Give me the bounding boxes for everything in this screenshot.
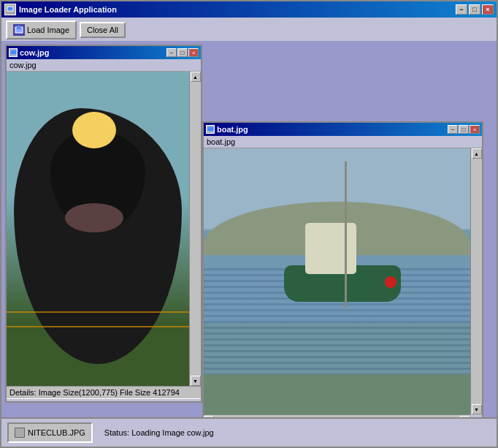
boat-filename: boat.jpg — [207, 137, 235, 146]
cow-status-text: Details: Image Size(1200,775) File Size … — [9, 388, 180, 397]
taskbar-item-icon — [15, 428, 25, 438]
cow-status-bar: Details: Image Size(1200,775) File Size … — [7, 386, 201, 399]
svg-rect-4 — [207, 126, 214, 132]
cow-image-area: ▲ ▼ — [7, 72, 201, 386]
boat-window-title: boat.jpg — [217, 125, 448, 134]
svg-rect-3 — [10, 50, 17, 55]
svg-rect-0 — [7, 7, 13, 11]
cow-scroll-up[interactable]: ▲ — [191, 72, 201, 82]
load-image-icon — [13, 24, 25, 36]
load-image-label: Load Image — [27, 26, 69, 34]
cow-close-button[interactable]: × — [188, 48, 199, 57]
svg-rect-2 — [17, 26, 21, 29]
boat-image — [204, 148, 470, 414]
toolbar: Load Image Close All — [1, 18, 497, 43]
cow-scroll-down[interactable]: ▼ — [191, 376, 201, 386]
boat-image-area — [204, 148, 470, 414]
cow-scrollbar-vertical[interactable]: ▲ ▼ — [189, 72, 201, 386]
close-all-button[interactable]: Close All — [80, 22, 126, 38]
fence-wire-2 — [7, 326, 201, 327]
cow-filename: cow.jpg — [9, 61, 37, 69]
boat-minimize-button[interactable]: − — [448, 125, 458, 134]
boat-scrollbar-vertical[interactable]: ▲ ▼ — [470, 148, 482, 414]
taskbar-item-niteclub[interactable]: NITECLUB.JPG — [7, 422, 93, 443]
cow-nose — [65, 203, 123, 232]
app-title: Image Loader Application — [19, 5, 456, 14]
main-window: Image Loader Application − □ × Load Imag… — [0, 0, 498, 448]
boat-filename-bar: boat.jpg — [204, 136, 482, 148]
boat-title-bar: boat.jpg − □ × — [204, 123, 482, 136]
app-status-text: Status: Loading Image cow.jpg — [99, 428, 214, 437]
fence-wire-1 — [7, 311, 201, 313]
app-status-bar: NITECLUB.JPG Status: Loading Image cow.j… — [1, 417, 497, 447]
restore-button[interactable]: □ — [469, 4, 480, 15]
boat-restore-button[interactable]: □ — [459, 125, 469, 134]
app-icon — [4, 4, 16, 15]
boat-window-icon — [206, 125, 215, 134]
cow-title-bar: cow.jpg − □ × — [7, 46, 201, 59]
boat-content-area: ▲ ▼ ◄ ► — [204, 148, 482, 417]
minimize-button[interactable]: − — [456, 4, 467, 15]
close-all-label: Close All — [87, 26, 118, 34]
close-button[interactable]: × — [482, 4, 494, 15]
cow-image — [7, 72, 201, 386]
cow-minimize-button[interactable]: − — [166, 48, 177, 57]
boat-scroll-up[interactable]: ▲ — [472, 148, 482, 159]
window-controls: − □ × — [456, 4, 494, 15]
cow-forehead — [72, 112, 116, 148]
boat-mast — [345, 162, 347, 308]
boat-buoy — [385, 276, 397, 288]
boat-close-button[interactable]: × — [470, 125, 480, 134]
load-image-button[interactable]: Load Image — [6, 20, 77, 39]
cow-window-icon — [9, 48, 18, 57]
cow-restore-button[interactable]: □ — [177, 48, 188, 57]
taskbar-item-label: NITECLUB.JPG — [28, 428, 85, 437]
boat-window: boat.jpg − □ × boat.jpg — [202, 121, 483, 417]
cow-filename-bar: cow.jpg — [7, 59, 201, 72]
title-bar: Image Loader Application − □ × — [1, 1, 497, 18]
boat-cabin — [305, 223, 356, 274]
cow-window-controls: − □ × — [166, 48, 199, 57]
boat-scroll-down[interactable]: ▼ — [472, 404, 482, 414]
boat-window-controls: − □ × — [448, 125, 480, 134]
cow-window-title: cow.jpg — [20, 48, 166, 57]
mdi-area: cow.jpg − □ × cow.jpg — [1, 41, 497, 417]
cow-window: cow.jpg − □ × cow.jpg — [5, 45, 202, 403]
